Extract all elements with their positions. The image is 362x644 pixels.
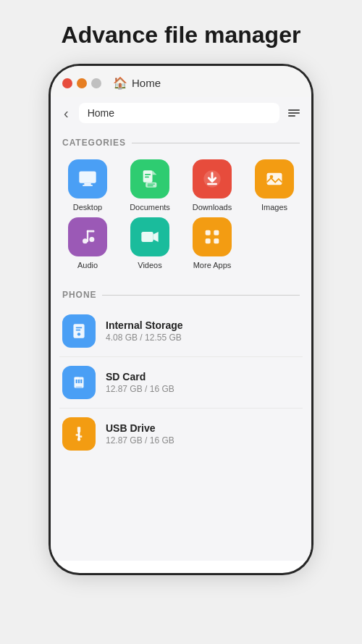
categories-grid: Desktop Documents (51, 154, 311, 281)
svg-rect-27 (76, 380, 77, 383)
sdcard-item[interactable]: SD Card 12.87 GB / 16 GB (59, 357, 303, 409)
svg-rect-1 (84, 183, 90, 185)
more-apps-label: More Apps (193, 261, 232, 269)
usb-item[interactable]: USB Drive 12.87 GB / 16 GB (59, 409, 303, 459)
back-button[interactable]: ‹ (59, 104, 73, 123)
phone-label: PHONE (62, 290, 96, 300)
internal-storage-name: Internal Storage (106, 319, 183, 331)
home-label-text: Home (132, 77, 161, 89)
sdcard-info: SD Card 12.87 GB / 16 GB (106, 371, 174, 394)
svg-rect-8 (148, 185, 153, 186)
close-button[interactable] (62, 78, 72, 88)
storage-list: Internal Storage 4.08 GB / 12.55 GB (51, 306, 311, 459)
svg-rect-10 (207, 183, 217, 185)
svg-rect-22 (73, 324, 84, 338)
category-documents[interactable]: Documents (122, 159, 178, 212)
svg-rect-4 (146, 183, 156, 188)
svg-rect-2 (83, 185, 93, 186)
home-icon: 🏠 (113, 76, 127, 90)
page-title: Advance file manager (62, 22, 301, 49)
svg-rect-7 (148, 183, 156, 184)
sdcard-icon (62, 366, 96, 399)
usb-icon (62, 417, 96, 451)
audio-icon (68, 217, 107, 256)
svg-rect-5 (145, 174, 151, 175)
videos-icon (130, 217, 169, 256)
list-line-1 (288, 109, 300, 111)
list-line-3 (288, 115, 295, 117)
svg-rect-20 (206, 238, 211, 243)
svg-rect-35 (80, 435, 82, 438)
images-icon (255, 159, 294, 198)
svg-rect-31 (76, 386, 83, 388)
images-label: Images (261, 203, 287, 212)
svg-rect-16 (87, 230, 94, 233)
phone-top-bar: 🏠 Home (51, 66, 311, 97)
audio-label: Audio (77, 261, 98, 269)
svg-rect-0 (79, 172, 96, 183)
internal-storage-info: Internal Storage 4.08 GB / 12.55 GB (106, 319, 183, 343)
category-videos[interactable]: Videos (122, 217, 178, 269)
svg-point-25 (77, 333, 80, 335)
category-downloads[interactable]: Downloads (184, 159, 240, 212)
usb-size: 12.87 GB / 16 GB (106, 435, 174, 446)
documents-icon (130, 159, 169, 198)
phone-frame: 🏠 Home ‹ Home CATEGORIES (51, 66, 311, 573)
category-more-apps[interactable]: More Apps (184, 217, 240, 269)
minimize-button[interactable] (77, 78, 87, 88)
phone-header: PHONE (51, 281, 311, 306)
svg-rect-23 (76, 327, 83, 329)
downloads-label: Downloads (193, 203, 232, 212)
svg-rect-18 (206, 230, 211, 235)
category-audio[interactable]: Audio (59, 217, 116, 269)
desktop-icon (68, 159, 107, 198)
list-line-2 (288, 112, 300, 114)
traffic-lights (62, 78, 101, 88)
path-input[interactable]: Home (79, 103, 279, 123)
svg-rect-30 (75, 377, 80, 379)
documents-label: Documents (130, 203, 170, 212)
desktop-label: Desktop (73, 203, 102, 212)
list-view-button[interactable] (285, 106, 303, 120)
maximize-button[interactable] (91, 78, 101, 88)
svg-point-14 (89, 237, 94, 242)
usb-info: USB Drive 12.87 GB / 16 GB (106, 422, 174, 446)
svg-rect-29 (80, 380, 82, 383)
category-images[interactable]: Images (246, 159, 303, 212)
svg-rect-28 (78, 380, 80, 383)
internal-storage-icon (62, 314, 96, 348)
internal-storage-item[interactable]: Internal Storage 4.08 GB / 12.55 GB (59, 306, 303, 357)
svg-rect-11 (267, 173, 282, 185)
svg-rect-6 (145, 177, 149, 178)
category-desktop[interactable]: Desktop (59, 159, 116, 212)
categories-header: CATEGORIES (51, 129, 311, 154)
more-apps-icon (193, 217, 232, 256)
usb-name: USB Drive (106, 422, 174, 434)
internal-storage-size: 4.08 GB / 12.55 GB (106, 333, 183, 343)
svg-rect-24 (76, 330, 81, 331)
sdcard-name: SD Card (106, 371, 174, 382)
videos-label: Videos (138, 261, 161, 269)
home-label: 🏠 Home (113, 76, 161, 90)
sdcard-size: 12.87 GB / 16 GB (106, 384, 174, 394)
nav-bar: ‹ Home (51, 97, 311, 129)
svg-rect-21 (214, 238, 219, 243)
downloads-icon (193, 159, 232, 198)
svg-rect-34 (76, 434, 78, 436)
svg-point-33 (77, 438, 80, 440)
svg-rect-19 (214, 230, 219, 235)
categories-label: CATEGORIES (62, 138, 126, 148)
app-content: ‹ Home CATEGORIES D (51, 97, 311, 561)
svg-rect-17 (141, 232, 153, 242)
